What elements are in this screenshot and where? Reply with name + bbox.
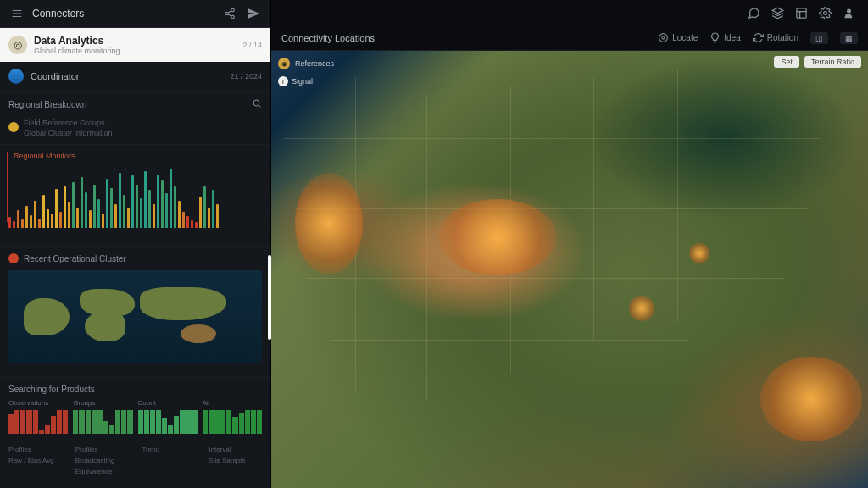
chart-bar bbox=[174, 186, 176, 228]
world-title: Recent Operational Cluster bbox=[24, 254, 126, 263]
map-badge2-icon: i bbox=[278, 76, 288, 86]
avatar-icon bbox=[8, 69, 24, 84]
chart-bar bbox=[157, 175, 159, 228]
svg-point-0 bbox=[231, 8, 235, 11]
selected-item-card[interactable]: ◎ Data Analytics Global climate monitori… bbox=[0, 28, 270, 62]
chart-bar bbox=[191, 220, 193, 228]
chart-bar bbox=[216, 204, 219, 228]
chart-bar bbox=[212, 190, 214, 228]
footer-row: ProfilesProfilesTrendInterval bbox=[8, 444, 262, 455]
svg-point-1 bbox=[225, 12, 229, 15]
svg-point-7 bbox=[659, 34, 668, 42]
chart-bar bbox=[55, 189, 58, 228]
chat-icon[interactable] bbox=[746, 5, 761, 20]
sidebar-header: Connectors bbox=[0, 0, 270, 28]
map-header: Connectivity Locations Locate Idea Rotat… bbox=[271, 25, 868, 51]
chart-bar bbox=[89, 210, 92, 228]
send-icon[interactable] bbox=[245, 5, 262, 22]
tool-chip-1[interactable]: ◫ bbox=[810, 32, 828, 44]
svg-rect-4 bbox=[796, 8, 805, 17]
chart-bar bbox=[93, 185, 96, 228]
mini-chart: Count bbox=[138, 399, 198, 434]
chart-bar bbox=[203, 186, 206, 228]
chart-bar bbox=[144, 171, 147, 228]
panel1-line2: Global Cluster Information bbox=[24, 129, 262, 137]
world-minimap[interactable] bbox=[8, 270, 262, 363]
gear-icon[interactable] bbox=[817, 5, 832, 20]
chart-bar bbox=[119, 173, 121, 228]
svg-point-5 bbox=[823, 11, 826, 14]
selected-item-badge-icon: ◎ bbox=[8, 36, 27, 54]
menu-icon[interactable] bbox=[8, 5, 25, 22]
mini-chart-label: Observations bbox=[8, 399, 68, 407]
footer-row: Raw / Bias AvgBroadcastingSite Sample bbox=[8, 455, 262, 466]
svg-point-2 bbox=[231, 15, 235, 19]
panel-regional: Regional Breakdown Field Reference Group… bbox=[0, 92, 270, 145]
map-viewport[interactable]: ◉ References i Signal Set Terrain Ratio bbox=[271, 51, 868, 488]
chart-bar bbox=[81, 177, 83, 228]
footer-row: Equivalence bbox=[8, 466, 262, 477]
sidebar: Connectors ◎ Data Analytics Global clima… bbox=[0, 0, 271, 488]
current-row-meta: 21 / 2024 bbox=[230, 72, 262, 80]
footer-rows: ProfilesProfilesTrendIntervalRaw / Bias … bbox=[8, 444, 262, 477]
world-dot-icon bbox=[8, 253, 19, 263]
chart-bar bbox=[136, 185, 138, 228]
chart-bar bbox=[21, 219, 24, 228]
svg-point-8 bbox=[662, 36, 665, 39]
map-layer-pills: Set Terrain Ratio bbox=[774, 56, 861, 68]
current-row[interactable]: Coordinator 21 / 2024 bbox=[0, 62, 270, 92]
chart-bar bbox=[165, 193, 168, 228]
search-icon[interactable] bbox=[252, 98, 262, 110]
chart-bar bbox=[182, 212, 185, 228]
chart-bar bbox=[25, 206, 28, 228]
current-row-label: Coordinator bbox=[31, 71, 223, 81]
panel-world: Recent Operational Cluster bbox=[0, 247, 270, 378]
tool-chip-2[interactable]: ▦ bbox=[840, 32, 858, 44]
pill-set[interactable]: Set bbox=[774, 56, 799, 68]
chart-bar bbox=[178, 201, 181, 228]
chart-bar bbox=[114, 204, 117, 228]
tool-rotation[interactable]: Rotation bbox=[753, 32, 798, 43]
share-icon[interactable] bbox=[221, 5, 238, 22]
chart-bar bbox=[13, 221, 15, 228]
bottom-title: Searching for Products bbox=[8, 385, 95, 394]
chart-bar bbox=[186, 216, 189, 228]
chart-bar bbox=[102, 214, 104, 228]
chart-bar bbox=[34, 201, 36, 228]
panel1-line1: Field Reference Groups bbox=[24, 119, 262, 127]
map-badge-ref: ◉ References bbox=[278, 58, 334, 69]
mini-chart-label: All bbox=[203, 399, 262, 407]
chart-bar bbox=[97, 199, 100, 228]
chart-bar bbox=[68, 202, 70, 228]
map-badge-text: References bbox=[295, 59, 334, 68]
tool-locate[interactable]: Locate bbox=[658, 32, 698, 43]
chart-bar bbox=[110, 188, 113, 228]
chart-bar bbox=[148, 190, 151, 228]
chart-bar bbox=[140, 198, 142, 228]
mini-chart-label: Count bbox=[138, 399, 198, 407]
chart-bar bbox=[195, 222, 198, 228]
selected-item-sub: Global climate monitoring bbox=[34, 47, 236, 55]
chart-bar bbox=[170, 169, 172, 228]
chart-y-axis-marker bbox=[7, 152, 8, 222]
pill-terrain[interactable]: Terrain Ratio bbox=[804, 56, 861, 68]
chart-bar bbox=[208, 208, 210, 228]
sidebar-title: Connectors bbox=[32, 8, 214, 19]
map-badge2-text: Signal bbox=[292, 77, 313, 86]
tool-idea[interactable]: Idea bbox=[709, 32, 740, 43]
user-icon[interactable] bbox=[841, 5, 856, 20]
map-badge-icon: ◉ bbox=[278, 58, 290, 69]
layers-icon[interactable] bbox=[770, 5, 785, 20]
chart-bar bbox=[59, 212, 62, 228]
map-title: Connectivity Locations bbox=[281, 33, 646, 43]
table-icon[interactable] bbox=[793, 5, 809, 20]
mini-chart-label: Groups bbox=[73, 399, 132, 407]
chart-bar bbox=[131, 175, 134, 228]
svg-point-3 bbox=[253, 100, 259, 106]
chart-bar bbox=[38, 219, 41, 228]
chart-bar bbox=[106, 179, 108, 228]
chart-bar bbox=[76, 208, 79, 228]
chart-bar bbox=[51, 214, 53, 228]
panel-chart: Regional Monitors —————— bbox=[0, 145, 270, 247]
chart-bar bbox=[17, 210, 19, 228]
